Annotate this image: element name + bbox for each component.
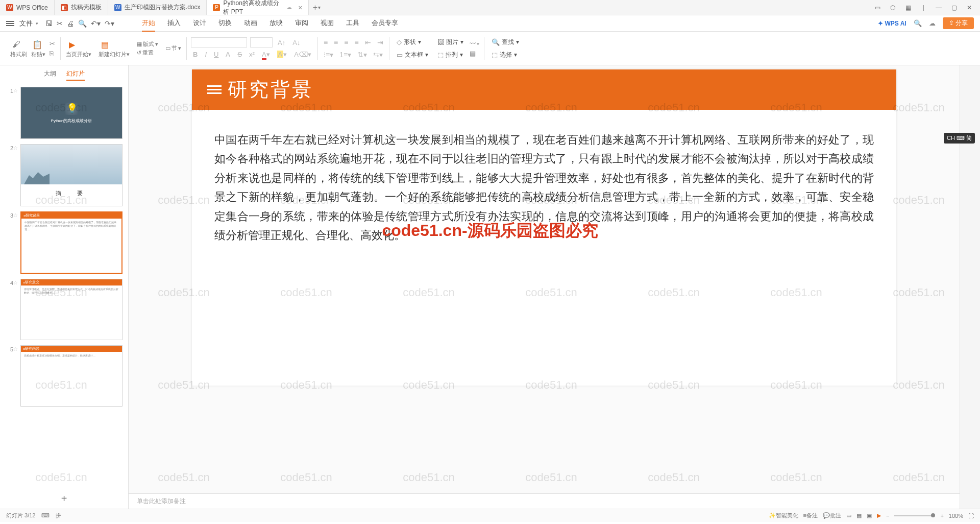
tab-slideshow[interactable]: 放映: [270, 15, 283, 32]
preview-icon[interactable]: 🔍: [78, 19, 87, 28]
tab-tools[interactable]: 工具: [346, 15, 359, 32]
line-icon[interactable]: 〰▾: [470, 40, 480, 47]
cloud-icon[interactable]: ☁: [929, 19, 936, 27]
zoom-in-button[interactable]: +: [940, 513, 943, 519]
layout-button[interactable]: ▦版式▾: [137, 40, 158, 48]
numbering-icon[interactable]: 1≡▾: [338, 50, 353, 60]
paste-label[interactable]: 粘贴▾: [31, 51, 45, 58]
outline-tab[interactable]: 大纲: [44, 69, 56, 81]
undo-icon[interactable]: ↶▾: [91, 19, 101, 28]
view-sorter-icon[interactable]: ▦: [856, 512, 862, 519]
view-normal-icon[interactable]: ▭: [846, 512, 851, 519]
select-button[interactable]: ⬚选择▾: [488, 50, 522, 60]
decrease-font-icon[interactable]: A↓: [290, 38, 302, 47]
font-size-select[interactable]: [250, 37, 273, 47]
doc-tab-3[interactable]: P Python的高校成绩分析 PPT ☁ ×: [207, 0, 309, 15]
thumb-2[interactable]: 摘 要: [20, 144, 122, 206]
thumb-4[interactable]: ≡ 研究意义 传统管理模式、信息化管理、通过信息化的管理方式，讨论高校成绩分析系…: [20, 279, 122, 340]
comments-button[interactable]: 💬批注: [823, 512, 841, 519]
find-button[interactable]: 🔍查找▾: [488, 37, 522, 47]
italic-button[interactable]: I: [203, 50, 209, 59]
align-right-icon[interactable]: ≡: [342, 37, 350, 47]
tab-view[interactable]: 视图: [321, 15, 334, 32]
slide-title-bar[interactable]: 研究背景: [192, 69, 896, 110]
share-button[interactable]: ⇪ 分享: [943, 17, 974, 29]
star-icon[interactable]: ☆: [13, 345, 20, 352]
increase-font-icon[interactable]: A↑: [276, 38, 287, 47]
strike2-button[interactable]: S: [235, 50, 244, 59]
ime-icon[interactable]: ⌨: [41, 512, 50, 519]
doc-tab-2[interactable]: W 生产印模图片替换方案.docx: [108, 0, 207, 15]
btn-window[interactable]: ▭: [871, 2, 884, 13]
new-slide-icon[interactable]: ▤: [99, 38, 111, 51]
new-slide-label[interactable]: 新建幻灯片▾: [99, 51, 130, 58]
close-icon[interactable]: ×: [298, 4, 302, 12]
fit-button[interactable]: ⛶: [968, 513, 974, 519]
thumb-1[interactable]: Python的高校成绩分析: [20, 87, 122, 139]
thumb-5[interactable]: ≡ 研究内容 高校成绩分析系统功能模块介绍、系统架构设计、数据库设计…: [20, 345, 122, 407]
star-icon[interactable]: ☆: [13, 279, 20, 285]
save-icon[interactable]: 🖫: [45, 19, 53, 28]
file-menu[interactable]: 文件: [19, 19, 33, 28]
tab-home[interactable]: 开始: [142, 15, 155, 32]
search-icon[interactable]: 🔍: [914, 19, 922, 27]
wps-ai-button[interactable]: ✦ WPS AI: [878, 20, 906, 27]
view-slideshow-icon[interactable]: ▶: [877, 512, 881, 519]
tab-design[interactable]: 设计: [193, 15, 206, 32]
superscript-button[interactable]: x²: [247, 50, 257, 59]
btn-grid[interactable]: ▦: [901, 2, 915, 13]
slides-tab[interactable]: 幻灯片: [66, 69, 85, 81]
clear-format-button[interactable]: A⌫▾: [292, 50, 313, 59]
redo-icon[interactable]: ↷▾: [105, 19, 114, 28]
from-current-label[interactable]: 当页开始▾: [66, 51, 91, 58]
slide-canvas[interactable]: 研究背景 中国在两千年左右就已经对计算机这一块发展到相当的规模了，现在老百姓们越…: [129, 65, 960, 493]
star-icon[interactable]: ☆: [13, 144, 20, 151]
align-center-icon[interactable]: ≡: [332, 37, 339, 47]
bullets-icon[interactable]: ⁝≡▾: [322, 50, 335, 60]
tab-vip[interactable]: 会员专享: [372, 15, 398, 32]
section-button[interactable]: ▭节▾: [165, 44, 181, 52]
linespacing-icon[interactable]: ⇅▾: [356, 50, 369, 60]
slide-title[interactable]: 研究背景: [228, 77, 313, 103]
print-icon[interactable]: ✂: [57, 19, 63, 28]
copy-icon[interactable]: ⎘: [50, 50, 55, 57]
hamburger-icon[interactable]: [6, 21, 14, 26]
indent-dec-icon[interactable]: ⇤: [363, 37, 373, 47]
reset-button[interactable]: ↺重置: [137, 49, 158, 57]
zoom-level[interactable]: 100%: [949, 513, 963, 519]
print2-icon[interactable]: 🖨: [67, 19, 74, 28]
tab-insert[interactable]: 插入: [167, 15, 181, 32]
play-icon[interactable]: ▶: [66, 38, 78, 51]
app-tab[interactable]: W WPS Office: [0, 0, 55, 15]
align-left-icon[interactable]: ≡: [322, 37, 329, 47]
picture-button[interactable]: 🖼图片▾: [434, 37, 467, 47]
font-color-button[interactable]: A▾: [260, 50, 272, 59]
right-toolbar[interactable]: [960, 65, 980, 509]
notes-button[interactable]: ≡备注: [803, 512, 818, 519]
tab-transition[interactable]: 切换: [218, 15, 232, 32]
textbox-button[interactable]: ▭文本框▾: [394, 50, 431, 60]
highlight-button[interactable]: A▾: [275, 50, 289, 59]
slide[interactable]: 研究背景 中国在两千年左右就已经对计算机这一块发展到相当的规模了，现在老百姓们越…: [192, 69, 896, 386]
bold-button[interactable]: B: [191, 50, 200, 59]
paste-icon[interactable]: 📋: [31, 38, 43, 51]
slide-body-text[interactable]: 中国在两千年左右就已经对计算机这一块发展到相当的规模了，现在老百姓们越来越离不开…: [192, 110, 896, 386]
new-tab-button[interactable]: +▾: [309, 0, 324, 15]
zoom-out-button[interactable]: −: [886, 513, 889, 519]
star-icon[interactable]: ☆: [13, 87, 20, 93]
indent-inc-icon[interactable]: ⇥: [376, 37, 385, 47]
beautify-button[interactable]: ✨智能美化: [769, 512, 798, 519]
maximize-button[interactable]: ▢: [947, 2, 961, 13]
arrange-button[interactable]: ⬚排列▾: [434, 50, 467, 60]
font-family-select[interactable]: [191, 37, 247, 47]
doc-tab-1[interactable]: ◧ 找稿壳模板: [55, 0, 108, 15]
fill-icon[interactable]: ▤: [470, 50, 480, 57]
underline-button[interactable]: U: [212, 50, 220, 59]
tab-review[interactable]: 审阅: [295, 15, 308, 32]
btn-cube[interactable]: ⬡: [886, 2, 899, 13]
thumbnail-list[interactable]: 1 ☆ Python的高校成绩分析 2 ☆ 摘 要 3 ☆: [0, 85, 128, 489]
close-button[interactable]: ✕: [963, 2, 976, 13]
notes-placeholder[interactable]: 单击此处添加备注: [129, 493, 960, 509]
lang-icon[interactable]: 拼: [56, 512, 61, 519]
textdir-icon[interactable]: ⇆▾: [372, 50, 384, 60]
